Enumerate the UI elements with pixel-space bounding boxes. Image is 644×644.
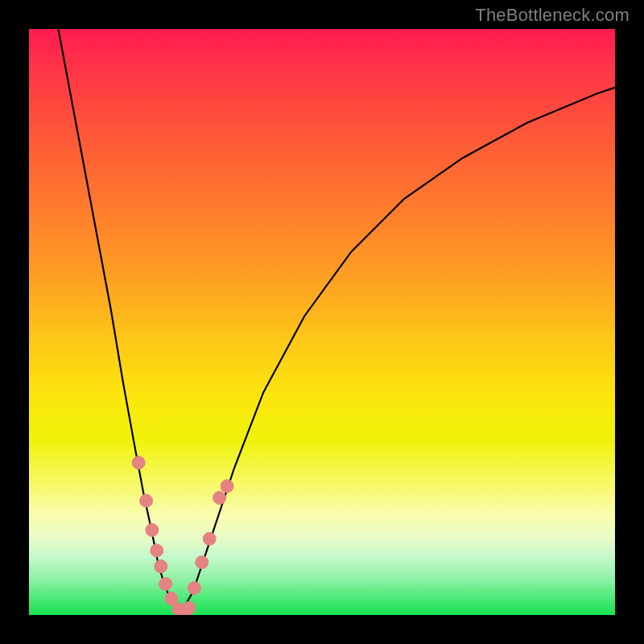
highlight-dot [151,544,163,557]
plot-area [29,29,615,615]
curve-overlay [29,29,615,615]
highlight-dot [178,605,191,615]
chart-stage: TheBottleneck.com [0,0,644,644]
highlight-dot [196,555,208,568]
highlight-dot [159,577,172,590]
highlight-dots-group [132,456,233,615]
watermark-text: TheBottleneck.com [475,5,630,26]
bottleneck-curve-left [58,29,181,612]
highlight-dot [183,601,196,614]
highlight-dot [213,491,226,504]
highlight-dot [221,480,233,493]
highlight-dot [146,523,159,536]
highlight-dot [188,582,200,595]
highlight-dot [165,592,178,605]
highlight-dot [132,456,145,469]
highlight-dot [203,532,216,545]
highlight-dot [172,603,185,615]
bottleneck-curve-right [181,88,615,613]
highlight-dot [155,560,167,573]
highlight-dot [140,494,153,507]
